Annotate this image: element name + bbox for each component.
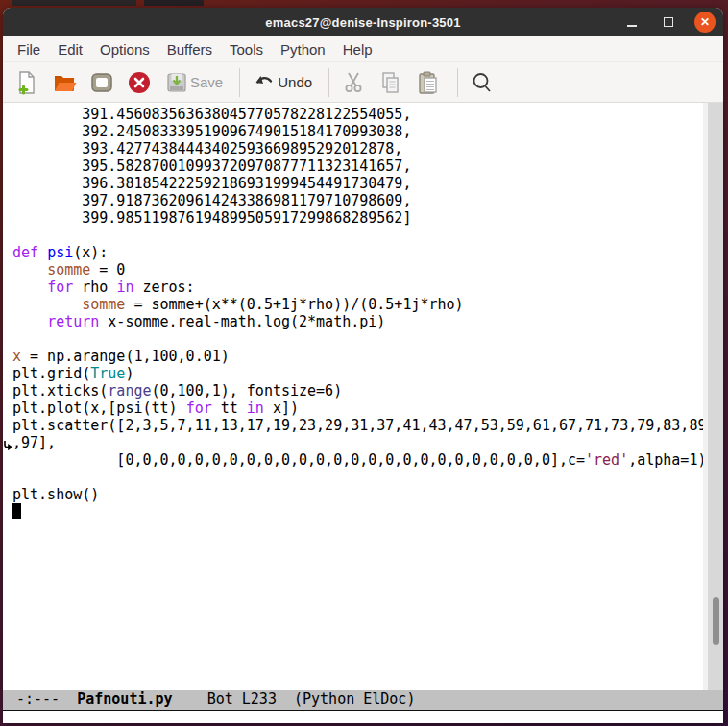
code-line[interactable]: 392.245083339519096749015184170993038, bbox=[12, 123, 703, 140]
code-line[interactable]: 391.456083563638045770578228122554055, bbox=[12, 106, 703, 123]
code-segment: 391.456083563638045770578228122554055, bbox=[12, 106, 411, 123]
code-segment: somme bbox=[47, 261, 90, 278]
toolbar-divider bbox=[328, 68, 329, 97]
code-line[interactable]: 393.42774384443402593669895292012878, bbox=[12, 140, 703, 157]
titlebar[interactable]: emacs27@denise-Inspiron-3501 ✕ bbox=[3, 8, 723, 36]
dired-button[interactable] bbox=[89, 70, 114, 95]
code-line[interactable] bbox=[12, 227, 703, 244]
minimize-button[interactable] bbox=[621, 12, 643, 33]
code-line[interactable]: def psi(x): bbox=[12, 244, 703, 261]
code-line[interactable] bbox=[12, 469, 703, 486]
code-segment: ,97], bbox=[12, 434, 56, 451]
paste-icon bbox=[416, 70, 441, 95]
code-line[interactable] bbox=[12, 330, 703, 348]
code-segment: for bbox=[47, 278, 73, 296]
copy-button[interactable] bbox=[378, 70, 403, 95]
code-segment: in bbox=[247, 399, 264, 417]
scrollbar[interactable] bbox=[703, 103, 723, 690]
modeline-text: -:--- bbox=[16, 690, 77, 708]
code-segment bbox=[12, 313, 47, 330]
code-segment: plt.plot(x,[psi(tt) bbox=[12, 399, 186, 417]
search-button[interactable] bbox=[470, 70, 495, 95]
code-segment: 'red' bbox=[585, 451, 628, 469]
code-segment: [0,0,0,0,0,0,0,0,0,0,0,0,0,0,0,0,0,0,0,0… bbox=[12, 451, 585, 469]
code-segment: x]) bbox=[264, 399, 299, 417]
save-button-label: Save bbox=[190, 74, 223, 90]
code-segment bbox=[12, 278, 47, 296]
code-line[interactable]: 396.381854222592186931999454491730479, bbox=[12, 175, 703, 192]
code-line[interactable]: for rho in zeros: bbox=[12, 278, 703, 296]
maximize-button[interactable] bbox=[658, 12, 679, 33]
code-line[interactable]: 395.582870010993720970877711323141657, bbox=[12, 157, 703, 175]
menu-item-file[interactable]: File bbox=[9, 39, 49, 60]
undo-icon bbox=[252, 70, 277, 95]
code-segment: plt.show() bbox=[12, 486, 99, 503]
code-segment: tt bbox=[212, 399, 247, 417]
save-button[interactable]: Save bbox=[164, 70, 223, 95]
window-title: emacs27@denise-Inspiron-3501 bbox=[3, 15, 723, 30]
scrollbar-thumb[interactable] bbox=[713, 597, 719, 645]
code-line[interactable]: somme = 0 bbox=[12, 261, 703, 278]
menu-item-options[interactable]: Options bbox=[91, 39, 158, 60]
code-segment: 397.918736209614243386981179710798609, bbox=[12, 192, 411, 209]
code-line[interactable]: return x-somme.real-math.log(2*math.pi) bbox=[12, 313, 703, 330]
code-segment bbox=[38, 244, 47, 261]
toolbar: SaveUndo bbox=[3, 61, 723, 103]
code-segment bbox=[12, 296, 82, 313]
code-line[interactable]: ,97], bbox=[12, 434, 703, 451]
menubar: FileEditOptionsBuffersToolsPythonHelp bbox=[3, 36, 723, 61]
code-segment: 392.245083339519096749015184170993038, bbox=[12, 123, 411, 140]
code-line[interactable]: plt.scatter([2,3,5,7,11,13,17,19,23,29,3… bbox=[12, 417, 703, 434]
code-segment: 396.381854222592186931999454491730479, bbox=[12, 175, 411, 192]
code-line[interactable] bbox=[12, 503, 703, 520]
code-line[interactable]: x = np.arange(1,100,0.01) bbox=[12, 348, 703, 365]
close-icon: ✕ bbox=[700, 16, 710, 28]
mode-line[interactable]: -:--- Pafnouti.py Bot L233 (Python ElDoc… bbox=[3, 690, 723, 711]
menu-item-tools[interactable]: Tools bbox=[221, 39, 272, 60]
code-line[interactable]: plt.grid(True) bbox=[12, 365, 703, 382]
code-line[interactable]: plt.plot(x,[psi(tt) for tt in x]) bbox=[12, 399, 703, 417]
menu-item-help[interactable]: Help bbox=[334, 39, 381, 60]
code-line[interactable]: plt.xticks(range(0,100,1), fontsize=6) bbox=[12, 382, 703, 399]
code-segment: somme bbox=[82, 296, 125, 313]
code-segment: for bbox=[186, 399, 212, 417]
code-line[interactable]: 399.985119876194899505917299868289562] bbox=[12, 209, 703, 227]
code-segment: 395.582870010993720970877711323141657, bbox=[12, 157, 411, 175]
code-segment: zeros: bbox=[133, 278, 194, 296]
menu-item-python[interactable]: Python bbox=[272, 39, 334, 60]
toolbar-divider bbox=[457, 68, 458, 97]
code-line[interactable]: somme = somme+(x**(0.5+1j*rho))/(0.5+1j*… bbox=[12, 296, 703, 313]
emacs-window: emacs27@denise-Inspiron-3501 ✕ FileEditO… bbox=[3, 8, 723, 723]
open-folder-icon bbox=[52, 70, 77, 95]
undo-button-label: Undo bbox=[278, 74, 312, 90]
open-file-button[interactable] bbox=[52, 70, 77, 95]
code-segment: return bbox=[47, 313, 99, 330]
save-icon bbox=[164, 70, 189, 95]
close-button[interactable]: ✕ bbox=[694, 12, 716, 33]
code-segment: ,alpha=1) bbox=[628, 451, 706, 469]
text-cursor bbox=[12, 503, 21, 519]
cut-button[interactable] bbox=[341, 70, 366, 95]
code-segment: (x): bbox=[73, 244, 108, 261]
new-file-icon bbox=[14, 70, 39, 95]
line-wrap-left-icon bbox=[4, 438, 12, 455]
code-segment: rho bbox=[73, 278, 116, 296]
paste-button[interactable] bbox=[416, 70, 441, 95]
toolbar-divider bbox=[239, 68, 240, 97]
code-segment: ) bbox=[125, 365, 133, 382]
editor-buffer[interactable]: 391.456083563638045770578228122554055, 3… bbox=[3, 103, 723, 690]
code-line[interactable]: plt.show() bbox=[12, 486, 703, 503]
code-segment: 399.985119876194899505917299868289562] bbox=[12, 209, 411, 227]
close-buffer-button[interactable] bbox=[127, 70, 152, 95]
menu-item-buffers[interactable]: Buffers bbox=[158, 39, 221, 60]
code-line[interactable]: 397.918736209614243386981179710798609, bbox=[12, 192, 703, 209]
new-file-button[interactable] bbox=[14, 70, 39, 95]
echo-area[interactable] bbox=[3, 711, 723, 723]
scrollbar-track[interactable] bbox=[708, 103, 723, 690]
code-lines: 391.456083563638045770578228122554055, 3… bbox=[3, 103, 703, 690]
code-segment: plt.scatter([2,3,5,7,11,13,17,19,23,29,3… bbox=[12, 417, 706, 434]
undo-button[interactable]: Undo bbox=[252, 70, 312, 95]
copy-icon bbox=[378, 70, 403, 95]
code-line[interactable]: [0,0,0,0,0,0,0,0,0,0,0,0,0,0,0,0,0,0,0,0… bbox=[12, 451, 703, 469]
menu-item-edit[interactable]: Edit bbox=[49, 39, 91, 60]
